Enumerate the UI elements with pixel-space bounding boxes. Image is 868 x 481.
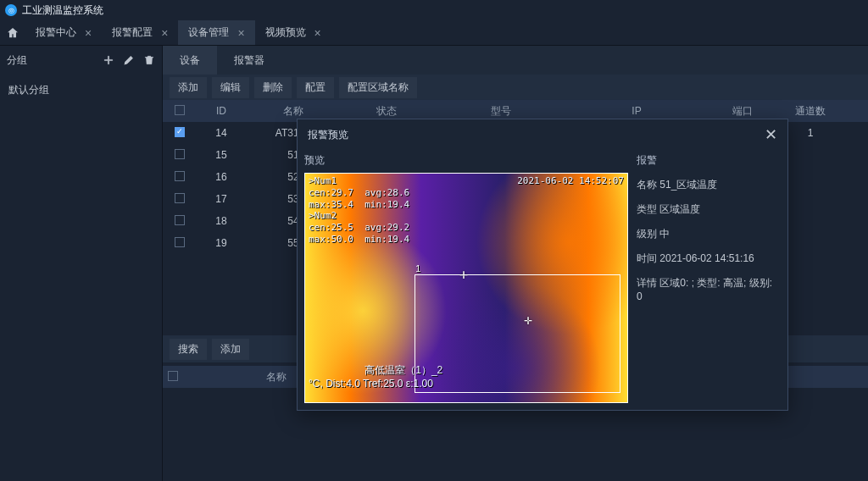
subtab-alarms[interactable]: 报警器 [217,46,281,75]
row-checkbox[interactable] [175,193,185,203]
tab-label: 报警配置 [112,25,153,40]
toolbar: 添加 编辑 删除 配置 配置区域名称 [163,75,868,100]
col-status: 状态 [336,104,437,119]
col-port: 端口 [709,104,776,119]
tab-bar: 报警中心 × 报警配置 × 设备管理 × 视频预览 × [0,20,868,46]
home-icon [6,26,19,40]
overlay-timestamp: 2021-06-02 14:52:07 [517,175,624,186]
tab-label: 报警中心 [36,25,76,40]
toolbar-edit[interactable]: 编辑 [212,77,249,98]
add-button[interactable]: 添加 [212,339,249,360]
row-checkbox[interactable] [175,127,185,137]
col-id: ID [192,105,251,117]
sidebar-item-default-group[interactable]: 默认分组 [0,78,162,102]
sidebar: 分组 默认分组 [0,46,163,481]
toolbar-add[interactable]: 添加 [170,77,207,98]
tab-label: 设备管理 [188,25,229,40]
col-name: 名称 [251,104,336,119]
cell-id: 14 [192,127,251,139]
close-icon[interactable]: × [237,27,244,39]
info-level: 级别 中 [637,222,779,246]
preview-label: 预览 [304,150,628,173]
info-name: 名称 51_区域温度 [637,173,779,197]
tab-alarm-config[interactable]: 报警配置 × [102,20,178,45]
toolbar-config-area[interactable]: 配置区域名称 [339,77,417,98]
cell-id: 15 [192,149,251,161]
close-icon[interactable]: × [314,27,321,39]
tab-label: 视频预览 [265,25,306,40]
tab-video-preview[interactable]: 视频预览 × [255,20,331,45]
tab-alarm-center[interactable]: 报警中心 × [25,20,102,45]
modal-title: 报警预览 [308,128,348,142]
cell-id: 18 [192,215,251,227]
bottom-checkbox[interactable] [168,371,178,381]
close-icon[interactable]: × [85,27,92,39]
row-checkbox[interactable] [175,215,185,225]
row-checkbox[interactable] [175,171,185,181]
close-icon[interactable]: × [161,27,168,39]
info-type: 类型 区域温度 [637,197,779,222]
roi-box: 1 [415,274,620,393]
info-detail: 详情 区域0: ; 类型: 高温; 级别: 0 [637,271,779,307]
tab-device-manage[interactable]: 设备管理 × [178,20,254,45]
titlebar: ◎ 工业测温监控系统 [0,0,868,20]
home-button[interactable] [0,20,25,45]
info-time: 时间 2021-06-02 14:51:16 [637,246,779,271]
header-checkbox[interactable] [175,105,185,115]
alarm-label: 报警 [637,150,779,173]
alarm-preview-modal: 报警预览 ✕ 预览 2021-06-02 14:52:07 >Num1 cen:… [297,119,788,411]
thermal-image: 2021-06-02 14:52:07 >Num1 cen:29.7 avg:2… [304,173,628,403]
subtab-devices[interactable]: 设备 [163,46,217,75]
close-icon[interactable]: ✕ [765,125,777,144]
trash-icon[interactable] [143,54,155,66]
toolbar-delete[interactable]: 删除 [254,77,292,98]
cell-id: 17 [192,193,251,205]
overlay-stats: >Num1 cen:29.7 avg:28.6 max:35.4 min:19.… [309,175,409,246]
col-ip: IP [565,105,709,117]
col-channels: 通道数 [776,104,844,119]
roi-label: 1 [415,263,420,274]
search-button[interactable]: 搜索 [170,339,207,360]
row-checkbox[interactable] [175,149,185,159]
app-logo-icon: ◎ [5,4,17,16]
row-checkbox[interactable] [175,237,185,247]
col-model: 型号 [437,104,565,119]
plus-icon[interactable] [103,54,114,66]
cell-id: 16 [192,171,251,183]
app-title: 工业测温监控系统 [22,3,103,18]
edit-icon[interactable] [123,54,135,66]
cell-id: 19 [192,237,251,249]
overlay-footer: 高低温室（1）_2°C, Dist:4.0 Tref:25.0 ε:1.00 [309,352,442,401]
toolbar-config[interactable]: 配置 [297,77,334,98]
sidebar-header-label: 分组 [7,53,27,68]
